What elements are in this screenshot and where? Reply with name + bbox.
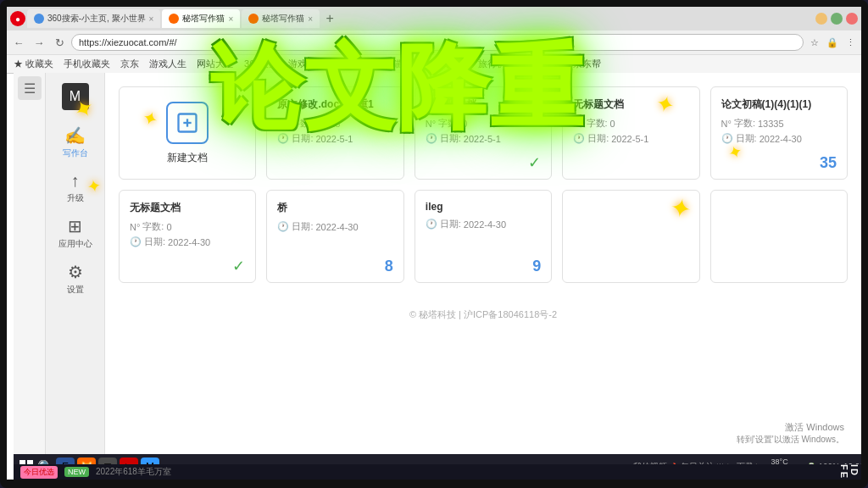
forward-button[interactable]: → (31, 34, 47, 51)
bookmark-lvxing[interactable]: 旅行机票 (475, 57, 519, 71)
maximize-button[interactable] (831, 13, 843, 25)
minimize-button[interactable] (815, 13, 827, 25)
apps-label: 应用中心 (58, 238, 92, 250)
tab-xiezuocat2[interactable]: 秘塔写作猫 × (242, 9, 320, 28)
doc-date-label-r2-1: 日期: (144, 236, 165, 248)
toolbar-icons: ☆ 🔒 ⋮ (807, 35, 858, 50)
date-icon4: 🕐 (721, 133, 733, 144)
new-badge: NEW (64, 467, 89, 477)
doc-date-label-r2-2: 日期: (292, 220, 313, 233)
doc-meta-date-lunwen: 🕐 日期: 2022-4-30 (721, 132, 837, 145)
bookmark-shouji[interactable]: 手机收藏夹 (60, 57, 114, 71)
settings-icon[interactable]: ⋮ (843, 35, 858, 50)
browser-sidebar-icon[interactable]: ☰ (18, 76, 42, 100)
win-activate: 激活 Windows 转到'设置'以激活 Windows。 (737, 421, 844, 446)
tab-icon-360 (34, 14, 44, 24)
app-area: 新建文档 原文修改.docx 查重1 N° 字数: 15818 🕐 日期: (105, 73, 861, 463)
doc-meta-date-untitled1: 🕐 日期: 2022-5-1 (426, 132, 541, 145)
write-label: 写作台 (63, 147, 88, 159)
tab-360[interactable]: 360搜索-小主页, 聚小世界 × (27, 9, 160, 28)
tab-bar: ● 360搜索-小主页, 聚小世界 × 秘塔写作猫 × 秘塔写作猫 × + (7, 7, 861, 30)
doc-date-val-r2-1: 2022-4-30 (168, 237, 210, 247)
date-icon-yuanwen: 🕐 (277, 133, 289, 144)
bookmark-wangzhan[interactable]: 网站大全 (193, 57, 237, 71)
doc-card-r2-3[interactable]: ileg 🕐 日期: 2022-4-30 9 (415, 190, 552, 283)
bookmark-suning[interactable]: 苏宁易购 (522, 57, 566, 71)
doc-date-yuanwen: 日期: (292, 132, 313, 145)
word-count-icon4: N° (721, 119, 732, 129)
back-button[interactable]: ← (10, 34, 27, 51)
doc-title-r2-1: 无标题文档 (130, 201, 245, 215)
bookmark-tianmao[interactable]: 天猫旗舰 (380, 57, 424, 71)
doc-card-untitled1[interactable]: 无标题文档 N° 字数: 0 🕐 日期: 2022-5-1 ✓ (415, 86, 552, 180)
new-doc-label: 新建文档 (167, 151, 208, 165)
extension-icon[interactable]: 🔒 (825, 35, 840, 50)
nav-item-upgrade[interactable]: ↑ 升级 (51, 168, 100, 208)
bookmark-shoucang[interactable]: ★ 收藏夹 (10, 57, 57, 71)
bookmark-jdbang[interactable]: 京东帮 (570, 57, 604, 71)
doc-date-label4: 日期: (736, 132, 757, 145)
doc-words-label2: 字数: (438, 117, 459, 130)
doc-card-yuanwen[interactable]: 原文修改.docx 查重1 N° 字数: 15818 🕐 日期: 2022-5-… (266, 86, 403, 180)
doc-date-label-r2-3: 日期: (440, 218, 461, 230)
tab-close-xiezuocat[interactable]: × (228, 14, 233, 24)
screen: ● 360搜索-小主页, 聚小世界 × 秘塔写作猫 × 秘塔写作猫 × + (7, 7, 861, 480)
doc-meta-words-r2-1: N° 字数: 0 (130, 220, 245, 233)
doc-words-val3: 0 (610, 119, 615, 129)
tab-close-xiezuocat2[interactable]: × (308, 14, 313, 24)
browser-chrome: ● 360搜索-小主页, 聚小世界 × 秘塔写作猫 × 秘塔写作猫 × + (7, 7, 861, 74)
upgrade-label: 升级 (67, 192, 84, 204)
nav-item-apps[interactable]: ⊞ 应用中心 (51, 213, 100, 253)
id-fet-label: ID FET (839, 464, 860, 480)
news-text: 2022年618羊毛万室 (96, 466, 171, 478)
doc-check-r2-1: ✓ (232, 257, 245, 275)
new-doc-card[interactable]: 新建文档 (119, 86, 256, 180)
doc-number-lunwen: 35 (820, 154, 837, 172)
doc-date-val-yuanwen: 2022-5-1 (315, 134, 353, 144)
bookmark-360[interactable]: 360搜索 (241, 57, 281, 71)
taskbar-bottom-bar: 今日优选 NEW 2022年618羊毛万室 ID FET (14, 464, 861, 480)
new-doc-icon (166, 102, 209, 144)
tab-label-xiezuocat: 秘塔写作猫 (182, 13, 225, 25)
doc-card-r2-5[interactable] (710, 190, 848, 283)
address-input[interactable]: https://xiezuocat.com/#/ (71, 34, 804, 51)
bookmark-youxi[interactable]: 游戏人生 (146, 57, 190, 71)
doc-meta-words-lunwen: N° 字数: 13335 (721, 117, 837, 130)
monitor: ● 360搜索-小主页, 聚小世界 × 秘塔写作猫 × 秘塔写作猫 × + (0, 0, 868, 488)
close-button[interactable] (846, 13, 858, 25)
nav-item-write[interactable]: ✍ 写作台 (51, 122, 100, 163)
bookmarks-bar: ★ 收藏夹 手机收藏夹 京东 游戏人生 网站大全 360搜索 游戏中心 百度一下… (7, 54, 861, 73)
app-logo: M (58, 80, 92, 114)
tab-close-360[interactable]: × (149, 14, 154, 24)
doc-words-label3: 字数: (587, 117, 608, 130)
bookmark-jd2[interactable]: 京东旗舰 (427, 57, 471, 71)
doc-date-label2: 日期: (440, 132, 461, 145)
doc-card-lunwen[interactable]: 论文初稿(1)(4)(1)(1) N° 字数: 13335 🕐 日期: 2022… (710, 86, 848, 180)
doc-date-val-r2-2: 2022-4-30 (315, 222, 358, 232)
doc-title-r2-3: ileg (426, 201, 541, 213)
doc-meta-date-r2-3: 🕐 日期: 2022-4-30 (426, 218, 541, 230)
doc-date-val3: 2022-5-1 (611, 134, 648, 144)
bookmark-jingdong[interactable]: 京东 (117, 57, 142, 71)
bookmark-youxizhongxin[interactable]: 游戏中心 (285, 57, 329, 71)
doc-card-r2-2[interactable]: 桥 🕐 日期: 2022-4-30 8 (266, 190, 403, 283)
doc-meta-date-untitled2: 🕐 日期: 2022-5-1 (573, 132, 688, 145)
date-icon2: 🕐 (426, 133, 437, 144)
doc-words-label4: 字数: (734, 117, 755, 130)
date-icon-r2-1: 🕐 (130, 236, 142, 247)
tab-icon-xiezuocat2 (248, 14, 259, 24)
new-tab-button[interactable]: + (321, 10, 338, 27)
bookmark-baidu[interactable]: 百度一下 (332, 57, 376, 71)
doc-card-r2-4[interactable] (562, 190, 699, 283)
nav-item-settings[interactable]: ⚙ 设置 (51, 258, 100, 299)
date-icon-r2-3: 🕐 (426, 219, 437, 230)
bookmark-icon[interactable]: ☆ (807, 35, 822, 50)
tab-icon-xiezuocat (169, 14, 179, 24)
doc-title-r2-2: 桥 (277, 201, 392, 215)
doc-card-untitled2[interactable]: 无标题文档 N° 字数: 0 🕐 日期: 2022-5-1 (562, 86, 699, 180)
window-controls (815, 13, 858, 25)
refresh-button[interactable]: ↻ (51, 34, 68, 51)
doc-card-r2-1[interactable]: 无标题文档 N° 字数: 0 🕐 日期: 2022-4-30 ✓ (119, 190, 256, 283)
sidebar-nav: M ✍ 写作台 ↑ 升级 ⊞ 应用中心 ⚙ 设置 (46, 73, 105, 463)
tab-xiezuocat[interactable]: 秘塔写作猫 × (162, 9, 240, 28)
